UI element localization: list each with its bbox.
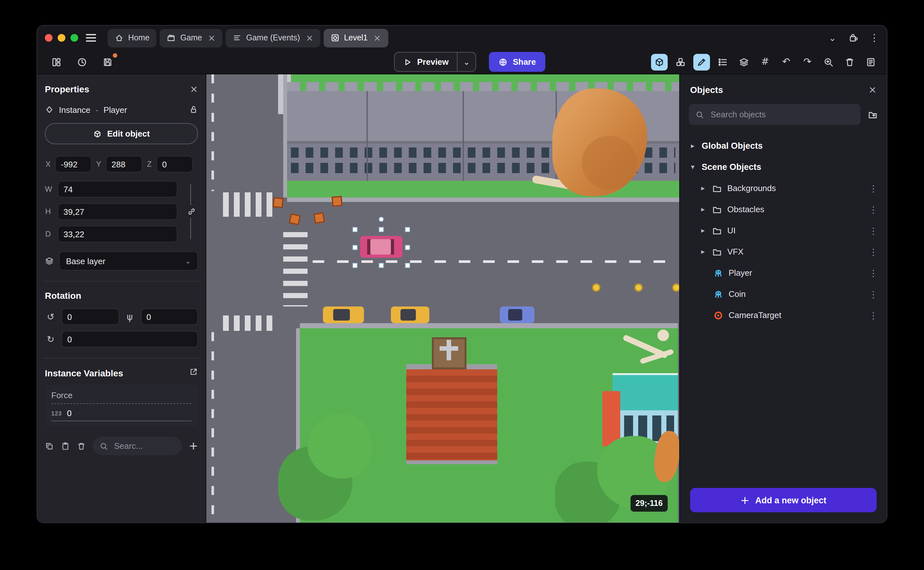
share-button[interactable]: Share [489, 52, 545, 72]
chevron-right-icon[interactable]: ▸ [699, 206, 707, 213]
car-yellow-sprite[interactable] [323, 306, 364, 323]
tab-level1[interactable]: Level1 × [324, 29, 388, 47]
kebab-menu-icon[interactable]: ⋮ [869, 290, 878, 299]
3d-view-tool-icon[interactable] [651, 54, 668, 70]
add-variable-icon[interactable]: + [189, 440, 198, 451]
width-input[interactable] [58, 181, 177, 198]
chevron-right-icon[interactable]: ▸ [699, 248, 707, 255]
selection-rotate-handle[interactable] [379, 217, 384, 222]
y-input[interactable] [106, 156, 142, 173]
object-player[interactable]: Player ⋮ [680, 262, 887, 283]
chevron-right-icon[interactable]: ▸ [689, 142, 696, 149]
depth-input[interactable] [58, 226, 177, 242]
folder-vfx[interactable]: ▸ VFX ⋮ [680, 241, 887, 262]
layer-select[interactable]: Base layer ⌄ [59, 251, 198, 271]
link-proportions-icon[interactable] [187, 205, 196, 218]
variable-name[interactable]: Force [51, 391, 192, 404]
trash-icon[interactable] [842, 54, 858, 70]
open-variables-icon[interactable] [189, 368, 198, 378]
close-window-button[interactable] [45, 34, 52, 42]
history-icon[interactable] [74, 54, 90, 70]
brick-building-sprite[interactable] [406, 364, 497, 464]
tab-close-icon[interactable]: × [208, 33, 215, 42]
z-input[interactable] [156, 156, 193, 173]
undo-icon[interactable]: ↶ [778, 54, 794, 70]
edit-tool-icon[interactable] [693, 54, 710, 70]
coin-sprite[interactable] [634, 283, 643, 292]
main-menu-icon[interactable] [86, 31, 100, 45]
selection-handle[interactable] [405, 263, 410, 268]
selection-handle[interactable] [405, 227, 410, 232]
group-global-objects[interactable]: ▸ Global Objects [680, 135, 887, 156]
folder-obstacles[interactable]: ▸ Obstacles ⋮ [680, 199, 887, 220]
variable-value[interactable]: 0 [67, 408, 72, 418]
height-input[interactable] [58, 203, 177, 220]
selection-handle[interactable] [379, 263, 384, 268]
folder-ui[interactable]: ▸ UI ⋮ [680, 220, 887, 241]
chevron-down-icon[interactable]: ⌄ [829, 33, 836, 42]
object-cameratarget[interactable]: CameraTarget ⋮ [680, 305, 887, 326]
kebab-menu-icon[interactable]: ⋮ [869, 268, 878, 277]
close-icon[interactable]: × [190, 84, 198, 94]
grid-icon[interactable]: # [757, 54, 773, 70]
delete-variable-icon[interactable] [77, 441, 86, 450]
tree-sprite[interactable] [308, 414, 372, 478]
crate-sprite[interactable] [313, 212, 325, 224]
car-yellow-sprite[interactable] [391, 306, 429, 323]
add-new-object-button[interactable]: + Add a new object [690, 488, 877, 512]
close-icon[interactable]: × [869, 85, 877, 95]
kebab-menu-icon[interactable]: ⋮ [869, 205, 878, 214]
group-scene-objects[interactable]: ▾ Scene Objects [680, 156, 887, 178]
save-icon[interactable] [100, 54, 115, 70]
crate-sprite[interactable] [331, 196, 343, 207]
zoom-icon[interactable] [820, 54, 837, 70]
folder-backgrounds[interactable]: ▸ Backgrounds ⋮ [680, 178, 887, 199]
minimize-window-button[interactable] [58, 34, 66, 42]
preview-options-chevron[interactable]: ⌄ [457, 52, 475, 71]
extensions-icon[interactable] [848, 33, 858, 43]
crate-sprite[interactable] [289, 213, 301, 225]
layers-icon[interactable] [736, 54, 752, 70]
copy-icon[interactable] [45, 441, 54, 450]
kebab-menu-icon[interactable]: ⋮ [869, 311, 878, 320]
object-coin[interactable]: Coin ⋮ [680, 283, 887, 305]
variable-search[interactable] [93, 437, 182, 455]
crate-sprite[interactable] [272, 197, 284, 208]
tab-game[interactable]: Game × [160, 29, 223, 47]
kebab-menu-icon[interactable]: ⋮ [869, 247, 878, 256]
objects-search-input[interactable] [709, 109, 854, 120]
variable-search-input[interactable] [113, 440, 176, 451]
scene-canvas[interactable]: 29;-116 [206, 74, 679, 522]
edit-object-button[interactable]: Edit object [45, 123, 198, 144]
selection-handle[interactable] [353, 263, 357, 268]
tab-home[interactable]: Home [108, 29, 157, 47]
objects-list-icon[interactable] [715, 54, 731, 70]
selection-handle[interactable] [379, 227, 384, 232]
selection-handle[interactable] [353, 227, 357, 232]
car-blue-sprite[interactable] [500, 306, 535, 323]
instances-tool-icon[interactable] [672, 54, 689, 70]
kebab-menu-icon[interactable]: ⋮ [869, 226, 878, 235]
redo-icon[interactable]: ↷ [799, 54, 816, 70]
lock-open-icon[interactable] [189, 105, 198, 114]
kebab-menu-icon[interactable]: ⋮ [869, 184, 878, 193]
layout-panels-icon[interactable] [49, 54, 64, 70]
tab-close-icon[interactable]: × [305, 33, 313, 42]
x-input[interactable] [55, 156, 92, 173]
rotation-x-input[interactable] [61, 308, 119, 325]
chevron-right-icon[interactable]: ▸ [699, 227, 707, 234]
kebab-menu-icon[interactable]: ⋮ [869, 33, 879, 43]
paste-icon[interactable] [61, 441, 70, 450]
coin-sprite[interactable] [592, 283, 600, 292]
tab-close-icon[interactable]: × [374, 33, 381, 42]
objects-search[interactable] [689, 104, 861, 125]
rotation-z-input[interactable] [61, 331, 198, 348]
teal-roof-building-sprite[interactable] [612, 373, 678, 411]
maximize-window-button[interactable] [70, 34, 78, 42]
coin-sprite[interactable] [672, 283, 679, 292]
scene-properties-icon[interactable] [863, 54, 879, 70]
selection-handle[interactable] [353, 245, 357, 250]
add-folder-icon[interactable] [867, 109, 878, 120]
rotation-y-input[interactable] [141, 308, 198, 325]
chevron-down-icon[interactable]: ▾ [689, 164, 696, 170]
